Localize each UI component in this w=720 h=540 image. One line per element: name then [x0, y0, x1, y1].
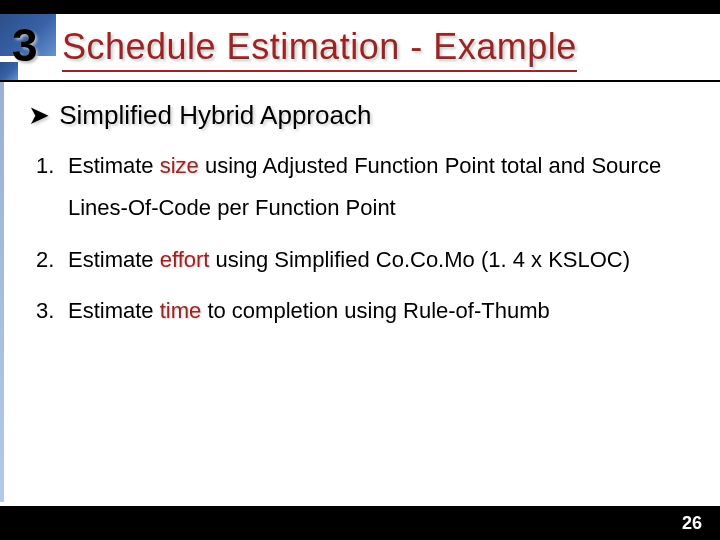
list-item: Estimate size using Adjusted Function Po…: [68, 145, 692, 229]
list-item: Estimate effort using Simplified Co.Co.M…: [68, 239, 692, 281]
list-item: Estimate time to completion using Rule-o…: [68, 290, 692, 332]
step-pre: Estimate: [68, 298, 160, 323]
step-pre: Estimate: [68, 247, 160, 272]
step-post: to completion using Rule-of-Thumb: [201, 298, 550, 323]
step-keyword: effort: [160, 247, 210, 272]
subheading: ➤ Simplified Hybrid Approach: [28, 100, 692, 131]
subheading-text: Simplified Hybrid Approach: [59, 100, 371, 130]
step-pre: Estimate: [68, 153, 160, 178]
decor-side-strip: [0, 82, 4, 502]
page-number: 26: [682, 513, 702, 534]
step-keyword: size: [160, 153, 199, 178]
steps-list: Estimate size using Adjusted Function Po…: [28, 145, 692, 332]
chevron-right-icon: ➤: [28, 100, 50, 131]
step-post: using Simplified Co.Co.Mo (1. 4 x KSLOC): [209, 247, 630, 272]
slide: 3 Schedule Estimation - Example ➤ Simpli…: [0, 0, 720, 540]
page-title: Schedule Estimation - Example: [62, 26, 577, 72]
content-area: ➤ Simplified Hybrid Approach Estimate si…: [28, 100, 692, 342]
title-underline: [0, 80, 720, 82]
chapter-number: 3: [12, 18, 38, 72]
footer-bar: 26: [0, 506, 720, 540]
step-keyword: time: [160, 298, 202, 323]
top-bar: [0, 0, 720, 14]
